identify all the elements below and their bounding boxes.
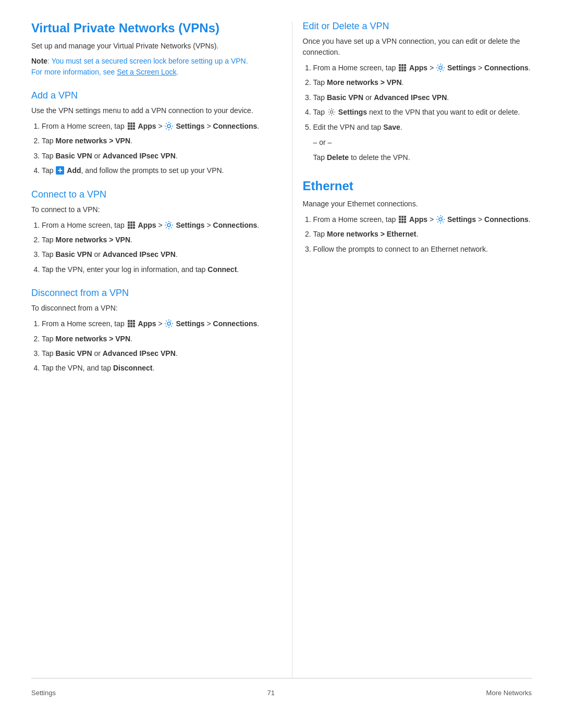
ethernet-title: Ethernet [303,179,532,193]
list-item: From a Home screen, tap Apps > Settings … [42,120,261,132]
list-item: Tap Basic VPN or Advanced IPsec VPN. [42,348,261,359]
page: Virtual Private Networks (VPNs) Set up a… [0,0,563,728]
main-intro: Set up and manage your Virtual Private N… [31,41,261,52]
settings-label: Settings [176,122,204,130]
disconnect-vpn-steps: From a Home screen, tap Apps > Settings … [42,318,261,374]
list-item: Tap Basic VPN or Advanced IPsec VPN. [42,249,261,260]
settings-icon [436,64,445,72]
gear-icon [327,108,336,116]
svg-rect-46 [404,218,406,220]
svg-rect-8 [133,128,135,130]
list-item: Tap More networks > Ethernet. [313,228,532,240]
disconnect-vpn-intro: To disconnect from a VPN: [31,303,261,314]
svg-rect-48 [401,221,403,223]
apps-icon [398,215,407,224]
edit-vpn-title: Edit or Delete a VPN [303,21,532,32]
svg-rect-10 [128,221,130,224]
note: Note: You must set a secured screen lock… [31,56,261,78]
list-item: Tap + Add, and follow the prompts to set… [42,165,261,176]
delete-note: Tap Delete to delete the VPN. [313,152,532,163]
apps-icon [127,319,136,328]
svg-rect-36 [399,69,401,71]
svg-rect-0 [128,122,130,125]
list-item: From a Home screen, tap Apps > Settings … [313,214,532,225]
ethernet-intro: Manage your Ethernet connections. [303,199,532,209]
svg-rect-7 [130,128,132,130]
ethernet-steps: From a Home screen, tap Apps > Settings … [313,214,532,255]
or-divider: – or – [313,137,532,148]
list-item: From a Home screen, tap Apps > Settings … [313,62,532,73]
svg-rect-5 [133,125,135,127]
add-vpn-title: Add a VPN [31,90,261,101]
list-item: Edit the VPN and tap Save. [313,121,532,133]
list-item: Tap the VPN, and tap Disconnect. [42,362,261,374]
svg-rect-23 [128,323,130,325]
list-item: Tap Basic VPN or Advanced IPsec VPN. [313,92,532,103]
svg-rect-35 [404,67,406,69]
note-label: Note [31,57,47,65]
svg-point-29 [167,322,170,325]
svg-rect-25 [133,323,135,325]
svg-rect-44 [399,218,401,220]
svg-point-50 [439,218,442,221]
svg-rect-22 [133,320,135,322]
apps-icon [127,122,136,130]
svg-rect-31 [401,64,403,66]
svg-rect-16 [128,227,130,229]
svg-point-40 [330,111,333,114]
settings-icon [165,319,173,328]
list-item: Tap Basic VPN or Advanced IPsec VPN. [42,150,261,162]
svg-rect-45 [401,218,403,220]
edit-vpn-intro: Once you have set up a VPN connection, y… [303,36,532,58]
svg-rect-6 [128,128,130,130]
svg-point-9 [167,125,170,128]
svg-rect-15 [133,224,135,226]
list-item: Follow the prompts to connect to an Ethe… [313,243,532,255]
svg-rect-2 [133,122,135,125]
connections-label: Connections [213,122,258,130]
svg-rect-49 [404,221,406,223]
svg-rect-4 [130,125,132,127]
svg-rect-14 [130,224,132,226]
list-item: From a Home screen, tap Apps > Settings … [42,318,261,329]
right-column: Edit or Delete a VPN Once you have set u… [292,21,532,678]
list-item: Tap More networks > VPN. [42,135,261,146]
svg-rect-42 [401,216,403,218]
svg-rect-37 [401,69,403,71]
svg-rect-38 [404,69,406,71]
svg-rect-13 [128,224,130,226]
svg-point-19 [167,224,170,227]
connect-vpn-title: Connect to a VPN [31,189,261,200]
svg-rect-24 [130,323,132,325]
svg-rect-18 [133,227,135,229]
apps-icon [127,221,136,229]
apps-icon [398,64,407,72]
footer-right: More Networks [486,689,532,697]
svg-rect-30 [399,64,401,66]
edit-vpn-steps: From a Home screen, tap Apps > Settings … [313,62,532,133]
svg-rect-27 [130,325,132,327]
connect-vpn-intro: To connect to a VPN: [31,204,261,215]
svg-rect-1 [130,122,132,125]
list-item: Tap Settings next to the VPN that you wa… [313,106,532,118]
svg-rect-28 [133,325,135,327]
apps-label: Apps [138,122,156,130]
note-link[interactable]: Set a Screen Lock [117,68,176,76]
svg-rect-3 [128,125,130,127]
list-item: Tap the VPN, enter your log in informati… [42,264,261,275]
svg-rect-26 [128,325,130,327]
footer: Settings 71 More Networks [31,678,532,697]
connect-vpn-steps: From a Home screen, tap Apps > Settings … [42,219,261,276]
list-item: From a Home screen, tap Apps > Settings … [42,219,261,231]
add-vpn-steps: From a Home screen, tap Apps > Settings … [42,120,261,177]
note-end: . [177,68,179,76]
footer-left: Settings [31,689,56,697]
svg-rect-34 [401,67,403,69]
settings-icon [165,221,173,229]
svg-rect-12 [133,221,135,224]
svg-rect-21 [130,320,132,322]
list-item: Tap More networks > VPN. [42,333,261,344]
footer-page-number: 71 [267,689,275,697]
svg-rect-11 [130,221,132,224]
add-icon: + [56,166,64,175]
